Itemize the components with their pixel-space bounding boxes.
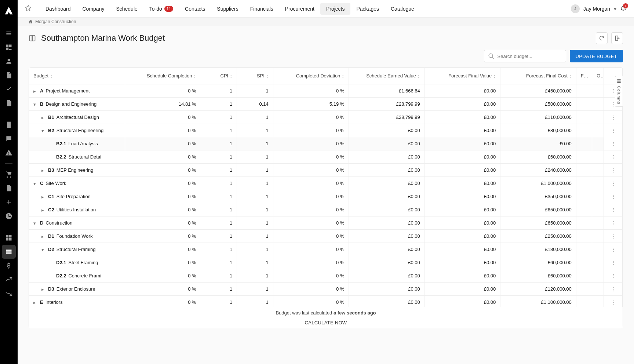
nav-procurement[interactable]: Procurement xyxy=(279,3,320,15)
rail-page-icon[interactable] xyxy=(2,118,16,132)
columns-toggle[interactable]: Columns xyxy=(615,76,623,107)
table-row[interactable]: ▸C1Site Preparation0 %110 %£0.00£0.00£35… xyxy=(29,190,623,203)
export-button[interactable] xyxy=(611,32,623,44)
table-row[interactable]: ▸AProject Management0 %110 %£1,666.64£0.… xyxy=(29,84,623,97)
table-row[interactable]: ▸D3Exterior Enclosure0 %110 %£0.00£0.00£… xyxy=(29,282,623,295)
row-menu-icon[interactable]: ⋮ xyxy=(604,190,623,203)
nav-schedule[interactable]: Schedule xyxy=(110,3,143,15)
expand-icon[interactable]: ▸ xyxy=(41,287,46,291)
rail-grid-icon[interactable] xyxy=(2,231,16,245)
expand-icon[interactable]: ▾ xyxy=(33,221,38,225)
table-row[interactable]: ▾D2Structural Framing0 %110 %£0.00£0.00£… xyxy=(29,243,623,256)
col-header[interactable]: O.. xyxy=(592,68,604,84)
calculate-now-button[interactable]: CALCULATE NOW xyxy=(300,318,352,328)
expand-icon[interactable] xyxy=(50,273,54,278)
rail-check-icon[interactable] xyxy=(2,82,16,96)
nav-catalogue[interactable]: Catalogue xyxy=(385,3,420,15)
expand-icon[interactable]: ▾ xyxy=(41,128,46,132)
update-budget-button[interactable]: UPDATE BUDGET xyxy=(570,50,623,62)
col-header[interactable]: Completed Deviation▲▼ xyxy=(273,68,349,84)
nav-dashboard[interactable]: Dashboard xyxy=(40,3,77,15)
expand-icon[interactable] xyxy=(50,260,54,265)
row-menu-icon[interactable]: ⋮ xyxy=(604,137,623,150)
row-menu-icon[interactable]: ⋮ xyxy=(604,150,623,163)
rail-cart-icon[interactable] xyxy=(2,167,16,181)
table-row[interactable]: ▸D1Foundation Work0 %110 %£0.00£0.00£250… xyxy=(29,229,623,243)
row-menu-icon[interactable]: ⋮ xyxy=(604,216,623,229)
row-menu-icon[interactable]: ⋮ xyxy=(604,124,623,137)
row-menu-icon[interactable]: ⋮ xyxy=(604,256,623,269)
row-menu-icon[interactable]: ⋮ xyxy=(604,295,623,309)
expand-icon[interactable]: ▸ xyxy=(41,115,46,119)
expand-icon[interactable]: ▾ xyxy=(33,181,38,185)
table-row[interactable]: ▾BDesign and Engineering14.81 %10.145.19… xyxy=(29,97,623,110)
row-menu-icon[interactable]: ⋮ xyxy=(604,229,623,243)
rail-file-icon[interactable] xyxy=(2,181,16,195)
table-row[interactable]: B2.1Load Analysis0 %110 %£0.00£0.00£0.00… xyxy=(29,137,623,150)
row-menu-icon[interactable]: ⋮ xyxy=(604,282,623,295)
rail-chat-icon[interactable] xyxy=(2,132,16,146)
col-header[interactable]: Forecast Final Cost▲▼ xyxy=(500,68,576,84)
rail-warning-icon[interactable] xyxy=(2,146,16,160)
expand-icon[interactable]: ▾ xyxy=(33,102,38,106)
col-header[interactable]: Budget▲▼ xyxy=(29,68,125,84)
col-header[interactable]: CPI▲▼ xyxy=(201,68,237,84)
table-row[interactable]: ▸B1Architectural Design0 %110 %£28,799.9… xyxy=(29,110,623,124)
rail-list-icon[interactable] xyxy=(2,26,16,40)
expand-icon[interactable]: ▾ xyxy=(41,247,46,251)
avatar[interactable]: J xyxy=(571,4,580,13)
rail-dollar-icon[interactable] xyxy=(2,259,16,273)
expand-icon[interactable] xyxy=(50,154,54,159)
col-header[interactable]: Schedule Completion▲▼ xyxy=(125,68,201,84)
table-row[interactable]: D2.2Concrete Frami0 %110 %£0.00£0.00£60,… xyxy=(29,269,623,282)
table-row[interactable]: ▾CSite Work0 %110 %£0.00£0.00£1,000,000.… xyxy=(29,176,623,190)
expand-icon[interactable]: ▸ xyxy=(33,88,38,93)
star-icon[interactable] xyxy=(25,5,32,12)
nav-contacts[interactable]: Contacts xyxy=(179,3,211,15)
refresh-button[interactable] xyxy=(596,32,608,44)
expand-icon[interactable]: ▸ xyxy=(41,207,46,212)
rail-trend-down-icon[interactable] xyxy=(2,287,16,301)
rail-plus-icon[interactable] xyxy=(2,195,16,209)
table-row[interactable]: ▾DConstruction0 %110 %£0.00£0.00£650,000… xyxy=(29,216,623,229)
nav-financials[interactable]: Financials xyxy=(244,3,279,15)
rail-people-icon[interactable] xyxy=(2,54,16,68)
row-menu-icon[interactable]: ⋮ xyxy=(604,269,623,282)
nav-company[interactable]: Company xyxy=(77,3,110,15)
col-header[interactable]: Fore. xyxy=(576,68,592,84)
table-row[interactable]: ▸B3MEP Engineering0 %110 %£0.00£0.00£240… xyxy=(29,163,623,176)
table-row[interactable]: ▾B2Structural Engineering0 %110 %£0.00£0… xyxy=(29,124,623,137)
rail-table-icon[interactable] xyxy=(2,245,16,259)
expand-icon[interactable] xyxy=(50,141,54,146)
expand-icon[interactable]: ▸ xyxy=(41,194,46,199)
table-row[interactable]: ▸C2Utilities Installation0 %110 %£0.00£0… xyxy=(29,203,623,216)
row-menu-icon[interactable]: ⋮ xyxy=(604,176,623,190)
row-menu-icon[interactable]: ⋮ xyxy=(604,163,623,176)
rail-trend-up-icon[interactable] xyxy=(2,273,16,287)
row-menu-icon[interactable]: ⋮ xyxy=(604,203,623,216)
rail-doc-icon[interactable] xyxy=(2,68,16,82)
col-header[interactable]: Forecast Final Value▲▼ xyxy=(425,68,500,84)
chevron-down-icon[interactable]: ▾ xyxy=(614,6,616,12)
col-header[interactable]: SPI▲▼ xyxy=(237,68,273,84)
nav-suppliers[interactable]: Suppliers xyxy=(211,3,244,15)
table-row[interactable]: ▸EInteriors0 %110 %£0.00£0.00£1,100,000.… xyxy=(29,295,623,309)
nav-to-do[interactable]: To-do11 xyxy=(143,3,179,15)
rail-tree-icon[interactable] xyxy=(2,40,16,54)
expand-icon[interactable]: ▸ xyxy=(33,300,38,304)
rail-clock-icon[interactable] xyxy=(2,209,16,223)
rail-doc-plus-icon[interactable] xyxy=(2,96,16,110)
table-row[interactable]: B2.2Structural Detai0 %110 %£0.00£0.00£6… xyxy=(29,150,623,163)
col-header[interactable]: Schedule Earned Value▲▼ xyxy=(349,68,425,84)
breadcrumb[interactable]: Morgan Construction xyxy=(18,18,634,26)
expand-icon[interactable]: ▸ xyxy=(41,234,46,238)
search-input[interactable] xyxy=(484,50,566,62)
username[interactable]: Jay Morgan xyxy=(583,6,610,12)
nav-packages[interactable]: Packages xyxy=(350,3,385,15)
row-menu-icon[interactable]: ⋮ xyxy=(604,243,623,256)
table-row[interactable]: D2.1Steel Framing0 %110 %£0.00£0.00£60,0… xyxy=(29,256,623,269)
bell-icon[interactable]: 1 xyxy=(620,5,627,12)
nav-projects[interactable]: Projects xyxy=(320,3,351,15)
row-menu-icon[interactable]: ⋮ xyxy=(604,110,623,124)
expand-icon[interactable]: ▸ xyxy=(41,168,46,172)
